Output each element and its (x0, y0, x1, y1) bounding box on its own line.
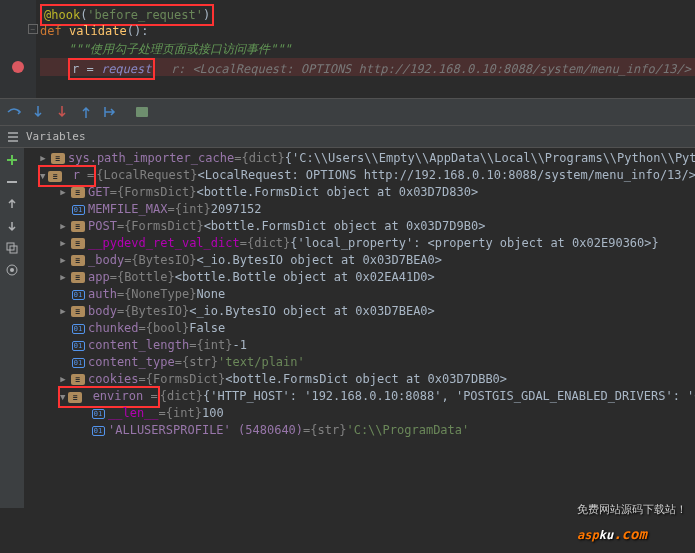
equals: = (117, 286, 124, 303)
object-icon: ≡ (71, 187, 85, 199)
watermark-cn: 免费网站源码下载站！ (577, 502, 687, 517)
variable-type: {NoneType} (124, 286, 196, 303)
tree-row[interactable]: ▼≡ r = {LocalRequest} <LocalRequest: OPT… (24, 167, 695, 184)
run-to-cursor-icon[interactable] (102, 104, 118, 120)
variable-name: __len__ (108, 405, 159, 422)
variable-type: {Bottle} (117, 269, 175, 286)
expand-arrow-icon[interactable]: ▶ (58, 252, 68, 269)
watches-icon[interactable] (4, 262, 20, 278)
tree-row[interactable]: ▶≡__pydevd_ret_val_dict = {dict} {'local… (24, 235, 695, 252)
primitive-icon: 01 (71, 357, 85, 369)
variable-type: {str} (310, 422, 346, 439)
evaluate-icon[interactable] (134, 104, 150, 120)
tree-row[interactable]: 01'ALLUSERSPROFILE' (5480640) = {str} 'C… (24, 422, 695, 439)
variable-name: environ (85, 389, 150, 403)
tree-row[interactable]: 01content_length = {int} -1 (24, 337, 695, 354)
tree-row[interactable]: 01__len__ = {int} 100 (24, 405, 695, 422)
add-watch-icon[interactable] (4, 152, 20, 168)
watermark: 免费网站源码下载站！ aspku.com (577, 502, 687, 545)
panel-title: Variables (26, 130, 86, 143)
variable-type: {FormsDict} (124, 218, 203, 235)
tree-row[interactable]: 01auth = {NoneType} None (24, 286, 695, 303)
object-icon: ≡ (71, 374, 85, 386)
tree-row[interactable]: 01MEMFILE_MAX = {int} 2097152 (24, 201, 695, 218)
primitive-icon: 01 (71, 323, 85, 335)
code-line: − def validate(): (40, 22, 695, 40)
svg-rect-0 (136, 107, 148, 117)
object-icon: ≡ (51, 153, 65, 165)
operator: = (86, 62, 100, 76)
expand-arrow-icon[interactable]: ▶ (58, 269, 68, 286)
watermark-text: ku (599, 528, 613, 542)
code-editor[interactable]: @hook('before_request') − def validate()… (0, 0, 695, 98)
remove-watch-icon[interactable] (4, 174, 20, 190)
duplicate-icon[interactable] (4, 240, 20, 256)
svg-point-4 (10, 268, 14, 272)
object-icon: ≡ (71, 221, 85, 233)
fold-icon[interactable]: − (28, 24, 38, 34)
expand-arrow-icon[interactable]: ▶ (58, 303, 68, 320)
equals: = (303, 422, 310, 439)
variable-type: {int} (166, 405, 202, 422)
tree-row[interactable]: ▶≡app = {Bottle} <bottle.Bottle object a… (24, 269, 695, 286)
code-line (40, 76, 695, 94)
variable-type: {BytesIO} (124, 303, 189, 320)
variable-value: -1 (233, 337, 247, 354)
variable-type: {LocalRequest} (96, 167, 197, 184)
expand-arrow-icon[interactable]: ▼ (40, 171, 45, 181)
object-icon: ≡ (71, 306, 85, 318)
variable-name: __pydevd_ret_val_dict (88, 235, 240, 252)
expand-arrow-icon[interactable]: ▼ (60, 392, 65, 402)
variable-value: 'C:\\ProgramData' (346, 422, 469, 439)
equals: = (124, 252, 131, 269)
equals: = (139, 320, 146, 337)
variable-name: chunked (88, 320, 139, 337)
object-icon: ≡ (71, 272, 85, 284)
object-icon: ≡ (71, 255, 85, 267)
tree-row[interactable]: 01content_type = {str} 'text/plain' (24, 354, 695, 371)
step-out-icon[interactable] (78, 104, 94, 120)
keyword-def: def (40, 24, 69, 38)
variable-value: {'C:\\Users\\Empty\\AppData\\Local\\Prog… (285, 150, 695, 167)
code-line: """使用勾子处理页面或接口访问事件""" (40, 40, 695, 58)
move-up-icon[interactable] (4, 196, 20, 212)
variable-name: MEMFILE_MAX (88, 201, 167, 218)
object-icon: ≡ (48, 170, 62, 182)
variable-value: None (196, 286, 225, 303)
move-down-icon[interactable] (4, 218, 20, 234)
expand-arrow-icon[interactable]: ▶ (58, 235, 68, 252)
primitive-icon: 01 (91, 425, 105, 437)
tree-row[interactable]: 01chunked = {bool} False (24, 320, 695, 337)
tree-row[interactable]: ▼≡ environ = {dict} {'HTTP_HOST': '192.1… (24, 388, 695, 405)
variable-value: <LocalRequest: OPTIONS http://192.168.0.… (198, 167, 696, 184)
variables-tree[interactable]: ▶≡sys.path_importer_cache = {dict} {'C:\… (24, 148, 695, 508)
step-over-icon[interactable] (6, 104, 22, 120)
builtin: request (101, 62, 152, 76)
equals: = (240, 235, 247, 252)
step-into-my-code-icon[interactable] (54, 104, 70, 120)
string-literal: 'before_request' (87, 8, 203, 22)
watermark-text: .com (613, 526, 647, 542)
tree-row[interactable]: ▶≡POST = {FormsDict} <bottle.FormsDict o… (24, 218, 695, 235)
equals: = (159, 405, 166, 422)
equals: = (175, 354, 182, 371)
object-icon: ≡ (71, 238, 85, 250)
variable-value: 2097152 (211, 201, 262, 218)
equals: = (110, 184, 117, 201)
breakpoint-icon[interactable] (12, 61, 24, 73)
variable-name: content_type (88, 354, 175, 371)
equals: = (87, 168, 94, 182)
variable-type: {bool} (146, 320, 189, 337)
expand-arrow-icon[interactable]: ▶ (58, 218, 68, 235)
step-into-icon[interactable] (30, 104, 46, 120)
tree-row[interactable]: ▶≡GET = {FormsDict} <bottle.FormsDict ob… (24, 184, 695, 201)
tree-row[interactable]: ▶≡sys.path_importer_cache = {dict} {'C:\… (24, 150, 695, 167)
tree-row[interactable]: ▶≡body = {BytesIO} <_io.BytesIO object a… (24, 303, 695, 320)
tree-row[interactable]: ▶≡_body = {BytesIO} <_io.BytesIO object … (24, 252, 695, 269)
function-name: validate (69, 24, 127, 38)
variable-type: {str} (182, 354, 218, 371)
variable-type: {dict} (241, 150, 284, 167)
variables-panel-header: Variables (0, 126, 695, 148)
expand-arrow-icon[interactable]: ▶ (58, 184, 68, 201)
primitive-icon: 01 (71, 204, 85, 216)
